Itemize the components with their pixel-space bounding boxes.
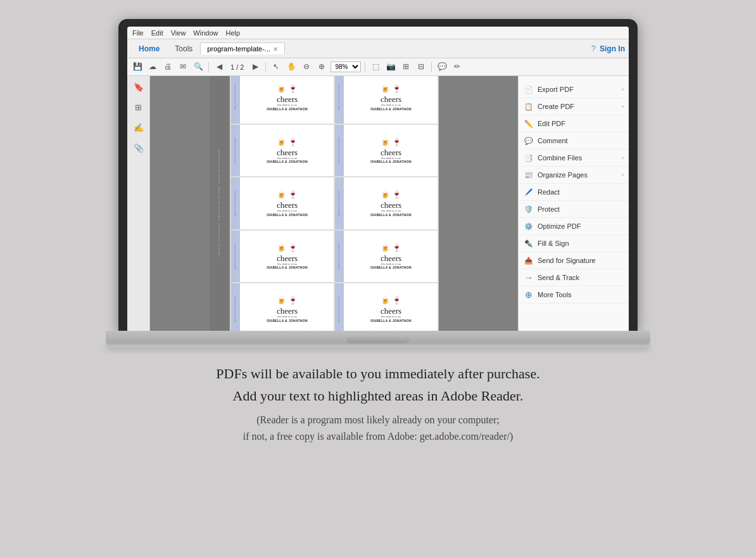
search-icon[interactable]: 🔍 [192, 61, 205, 74]
wine-icon-1-2: 🍷 [392, 84, 401, 94]
organize-label: Organize Pages [538, 171, 618, 179]
wine-icon-3-2: 🍷 [392, 190, 401, 200]
comment-label: Comment [538, 137, 624, 144]
panel-more-tools[interactable]: ⊕ More Tools [519, 286, 629, 304]
hand-icon[interactable]: ✋ [285, 61, 298, 74]
panel-export-pdf[interactable]: 📄 Export PDF › [519, 81, 629, 98]
sign-in-button[interactable]: Sign In [600, 44, 625, 53]
scroll-icon[interactable]: ⊟ [415, 61, 427, 74]
comment-icon[interactable]: 💬 [436, 61, 448, 74]
create-pdf-icon: 📋 [524, 101, 534, 112]
cheers-text-3-1: cheers [277, 201, 298, 209]
panel-edit-pdf[interactable]: ✏️ Edit PDF [519, 115, 629, 132]
ticket-5-2: redeem for one free drink 🍺 🍷 cheers thi… [334, 283, 438, 331]
ticket-band-4-2: redeem for one free drink [335, 231, 344, 283]
save-icon[interactable]: 💾 [131, 61, 144, 74]
upload-icon[interactable]: ☁ [146, 61, 159, 74]
snapshot-icon[interactable]: 📷 [384, 61, 397, 74]
sign-in-area: ? Sign In [591, 44, 625, 53]
zoom-out-icon[interactable]: ⊖ [300, 61, 313, 74]
ticket-band-1-2: redeem for one free drink [335, 76, 344, 124]
pen-icon[interactable]: ✏ [451, 61, 463, 74]
ticket-band-2-1: redeem for one free drink [231, 125, 240, 177]
email-icon[interactable]: ✉ [177, 61, 189, 74]
beer-icon-5-2: 🍺 [381, 296, 390, 305]
left-panel-sign[interactable]: ✍ [131, 120, 146, 136]
ticket-icons-2-1: 🍺 🍷 [277, 138, 298, 147]
combine-arrow: › [622, 155, 624, 161]
redact-icon: 🖊️ [524, 187, 534, 197]
panel-send-signature[interactable]: 📤 Send for Signature [519, 252, 629, 269]
help-icon[interactable]: ? [591, 44, 596, 53]
wine-icon-4-2: 🍷 [392, 243, 401, 253]
tab-home[interactable]: Home [131, 42, 167, 55]
menu-view[interactable]: View [171, 29, 186, 37]
beer-icon-3-1: 🍺 [277, 190, 286, 200]
cursor-icon[interactable]: ↖ [270, 61, 282, 74]
laptop-wrapper: File Edit View Window Help Home Tools pr… [93, 19, 663, 347]
panel-fill-sign[interactable]: ✒️ Fill & Sign [519, 235, 629, 252]
ticket-1-2: redeem for one free drink 🍺 🍷 cheers thi… [334, 76, 438, 124]
left-panel-bookmark[interactable]: 🔖 [131, 80, 146, 95]
cheers-text-2-2: cheers [381, 148, 401, 157]
crop-icon[interactable]: ⬚ [369, 61, 382, 74]
edit-pdf-label: Edit PDF [538, 120, 624, 127]
ticket-4-2: redeem for one free drink 🍺 🍷 cheers thi… [334, 230, 438, 283]
more-tools-label: More Tools [538, 291, 624, 298]
file-tab[interactable]: program-template-... ✕ [200, 42, 285, 54]
pdf-viewer: redeem for one free drink · redeem for o… [150, 76, 518, 331]
pan-icon[interactable]: ⊞ [400, 61, 412, 74]
laptop-screen-outer: File Edit View Window Help Home Tools pr… [118, 19, 638, 331]
export-pdf-label: Export PDF [538, 86, 618, 93]
protect-icon: 🛡️ [524, 204, 534, 214]
cheers-text-1-2: cheers [381, 95, 401, 103]
menu-help[interactable]: Help [225, 29, 240, 37]
zoom-in-icon[interactable]: ⊕ [315, 61, 328, 74]
ticket-icons-3-2: 🍺 🍷 [381, 190, 401, 200]
bottom-line3: (Reader is a program most likely already… [216, 412, 539, 428]
cheers-text-5-2: cheers [381, 307, 401, 315]
panel-organize[interactable]: 📰 Organize Pages › [519, 167, 629, 184]
next-page-icon[interactable]: ▶ [249, 61, 261, 74]
organize-icon: 📰 [524, 170, 534, 180]
left-panel-layers[interactable]: ⊞ [131, 100, 146, 115]
panel-comment[interactable]: 💬 Comment [519, 132, 629, 150]
ticket-content-4-2: 🍺 🍷 cheers this drink is on us ISABELLA … [349, 243, 434, 270]
main-content: 🔖 ⊞ ✍ 📎 redeem for one free drink · rede… [127, 76, 629, 331]
ticket-icons-4-2: 🍺 🍷 [381, 243, 401, 253]
ticket-band-5-1: redeem for one free drink [231, 283, 240, 331]
sep1 [208, 62, 209, 72]
file-tab-label: program-template-... [207, 45, 270, 53]
panel-protect[interactable]: 🛡️ Protect [519, 201, 629, 218]
prev-page-icon[interactable]: ◀ [213, 61, 225, 74]
ticket-names-2-1: ISABELLA & JONATHON [267, 160, 308, 163]
ticket-names-1-1: ISABELLA & JONATHON [267, 107, 308, 111]
fill-sign-label: Fill & Sign [538, 240, 624, 247]
left-panel-attach[interactable]: 📎 [131, 141, 146, 156]
sep4 [431, 62, 432, 72]
panel-create-pdf[interactable]: 📋 Create PDF › [519, 98, 629, 115]
panel-combine[interactable]: 📑 Combine Files › [519, 150, 629, 167]
ticket-1-1: redeem for one free drink 🍺 🍷 cheers thi… [230, 76, 334, 124]
ticket-5-1: redeem for one free drink 🍺 🍷 cheers thi… [230, 283, 334, 331]
panel-optimize[interactable]: ⚙️ Optimize PDF [519, 218, 629, 235]
combine-label: Combine Files [538, 154, 618, 162]
file-tab-close[interactable]: ✕ [273, 46, 278, 53]
zoom-select[interactable]: 98% 75% 100% 125% [331, 61, 361, 72]
menu-window[interactable]: Window [193, 29, 218, 37]
wine-icon-4-1: 🍷 [288, 243, 298, 253]
print-icon[interactable]: 🖨 [161, 61, 174, 74]
wine-icon-1-1: 🍷 [288, 84, 298, 94]
panel-send-track[interactable]: → Send & Track [519, 269, 629, 286]
menu-file[interactable]: File [132, 29, 144, 37]
menu-edit[interactable]: Edit [151, 29, 163, 37]
ticket-names-2-2: ISABELLA & JONATHON [370, 160, 412, 163]
ticket-icons-1-1: 🍺 🍷 [277, 84, 298, 94]
bottom-line4: if not, a free copy is available from Ad… [216, 428, 539, 445]
export-pdf-icon: 📄 [524, 84, 534, 94]
ticket-band-3-2: redeem for one free drink [335, 177, 344, 229]
beer-icon-4-1: 🍺 [277, 243, 286, 253]
ticket-names-3-2: ISABELLA & JONATHON [370, 213, 412, 217]
panel-redact[interactable]: 🖊️ Redact [519, 184, 629, 201]
tab-tools[interactable]: Tools [167, 42, 200, 55]
